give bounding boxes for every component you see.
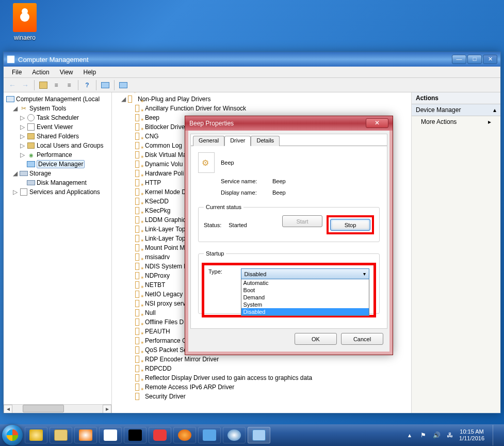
- expand-toggle[interactable]: ◢: [12, 170, 18, 177]
- dialog-titlebar[interactable]: Beep Properties ✕: [185, 116, 393, 131]
- maximize-button[interactable]: □: [467, 55, 482, 64]
- driver-item[interactable]: RDPCDD: [113, 364, 410, 373]
- arrow-right-icon: [22, 81, 29, 89]
- tray-show-hidden-icons[interactable]: ▴: [405, 431, 414, 439]
- arrow-left-icon: [9, 81, 16, 89]
- pinned-totalcmd[interactable]: [99, 427, 122, 443]
- monitor-icon: [101, 82, 109, 88]
- show-hide-tree-button[interactable]: [38, 79, 49, 91]
- type-option[interactable]: Disabled: [241, 308, 369, 315]
- close-button[interactable]: ✕: [483, 55, 497, 64]
- expand-toggle[interactable]: ▷: [19, 133, 25, 140]
- tray-network-icon[interactable]: 🖧: [446, 431, 454, 439]
- type-selected[interactable]: Disabled: [241, 268, 369, 279]
- scroll-track[interactable]: [12, 405, 103, 413]
- tray-clock[interactable]: 10:15 AM 1/11/2016: [459, 428, 484, 442]
- tree-disk-management[interactable]: Disk Management: [5, 178, 110, 187]
- navigation-tree-pane: Computer Management (Local ◢System Tools…: [4, 92, 112, 413]
- expand-toggle[interactable]: ▷: [19, 114, 25, 121]
- expand-toggle[interactable]: ◢: [120, 95, 126, 103]
- tree-shared-folders[interactable]: ▷Shared Folders: [5, 132, 110, 141]
- horizontal-scrollbar[interactable]: ◂ ▸: [4, 404, 111, 413]
- titlebar[interactable]: Computer Management — □ ✕: [4, 52, 500, 67]
- minimize-button[interactable]: —: [452, 55, 466, 64]
- tree-local-users[interactable]: ▷Local Users and Groups: [5, 141, 110, 150]
- type-option[interactable]: System: [241, 301, 369, 308]
- type-combobox[interactable]: Disabled AutomaticBootDemandSystemDisabl…: [241, 268, 369, 279]
- highlight-stop: Stop: [327, 215, 374, 234]
- expand-toggle[interactable]: ▷: [19, 123, 25, 131]
- start-button[interactable]: [2, 425, 23, 445]
- menu-help[interactable]: Help: [78, 67, 102, 77]
- expand-toggle[interactable]: ◢: [12, 105, 18, 112]
- toolbar-btn-3[interactable]: [63, 79, 75, 91]
- scroll-left-button[interactable]: ◂: [4, 405, 12, 413]
- tab-details[interactable]: Details: [251, 136, 280, 146]
- driver-item[interactable]: Ancillary Function Driver for Winsock: [113, 104, 410, 113]
- pinned-paint[interactable]: [198, 427, 221, 443]
- show-desktop-button[interactable]: [493, 425, 499, 445]
- tray-volume-icon[interactable]: 🔊: [432, 431, 441, 439]
- dialog-tabs: General Driver Details: [191, 134, 387, 146]
- tab-general[interactable]: General: [193, 136, 224, 146]
- toolbar: [4, 78, 500, 92]
- tree-storage[interactable]: ◢Storage: [5, 169, 110, 178]
- tree-event-viewer[interactable]: ▷Event Viewer: [5, 122, 110, 132]
- tray-action-center-icon[interactable]: ⚑: [419, 431, 427, 439]
- type-option[interactable]: Automatic: [241, 279, 369, 286]
- pinned-console[interactable]: [124, 427, 147, 443]
- chevron-up-icon: ▴: [493, 106, 496, 114]
- tree-device-manager[interactable]: Device Manager: [5, 160, 110, 169]
- nav-forward-button[interactable]: [20, 79, 31, 91]
- taskbar: ▴ ⚑ 🔊 🖧 10:15 AM 1/11/2016: [0, 424, 504, 446]
- driver-item[interactable]: RDP Encoder Mirror Driver: [113, 355, 410, 364]
- menu-view[interactable]: View: [55, 67, 78, 77]
- ok-button[interactable]: OK: [295, 333, 337, 345]
- type-option[interactable]: Boot: [241, 286, 369, 294]
- expand-toggle[interactable]: ▷: [12, 188, 18, 196]
- desktop-icon-winaero[interactable]: winaero: [9, 3, 40, 41]
- pinned-vivaldi[interactable]: [149, 427, 171, 443]
- type-label: Type:: [208, 268, 231, 275]
- type-dropdown-list[interactable]: AutomaticBootDemandSystemDisabled: [241, 279, 369, 316]
- driver-item[interactable]: Security Driver: [113, 392, 410, 401]
- actions-more[interactable]: More Actions ▸: [412, 116, 500, 128]
- display-name-label: Display name:: [221, 189, 272, 196]
- pinned-ie[interactable]: [25, 427, 47, 443]
- tree-performance[interactable]: ▷Performance: [5, 150, 110, 160]
- help-button[interactable]: [82, 79, 93, 91]
- tab-driver[interactable]: Driver: [224, 136, 251, 146]
- taskbar-computer-management[interactable]: [248, 427, 270, 443]
- scan-hardware-button[interactable]: [100, 79, 111, 91]
- dialog-close-button[interactable]: ✕: [366, 118, 388, 128]
- expand-toggle[interactable]: ▷: [19, 151, 25, 158]
- scroll-thumb[interactable]: [23, 405, 64, 412]
- pinned-mediaplayer[interactable]: [74, 427, 97, 443]
- clock-date: 1/11/2016: [459, 435, 484, 442]
- stop-button[interactable]: Stop: [330, 219, 370, 231]
- vivaldi-icon: [153, 429, 167, 441]
- nav-back-button[interactable]: [7, 79, 18, 91]
- tree-root[interactable]: Computer Management (Local: [5, 94, 110, 104]
- tree-system-tools[interactable]: ◢System Tools: [5, 104, 110, 113]
- pinned-firefox[interactable]: [173, 427, 196, 443]
- device-manager-icon: [27, 160, 35, 168]
- scroll-right-button[interactable]: ▸: [103, 405, 111, 413]
- pinned-app[interactable]: [223, 427, 246, 443]
- menu-action[interactable]: Action: [27, 67, 54, 77]
- driver-category[interactable]: ◢Non-Plug and Play Drivers: [113, 94, 410, 104]
- tree-task-scheduler[interactable]: ▷Task Scheduler: [5, 113, 110, 122]
- tree-services-apps[interactable]: ▷Services and Applications: [5, 187, 110, 197]
- cancel-button[interactable]: Cancel: [341, 333, 383, 345]
- beep-properties-dialog: Beep Properties ✕ General Driver Details…: [185, 116, 393, 355]
- expand-toggle[interactable]: ▷: [19, 142, 25, 149]
- menu-file[interactable]: File: [7, 67, 27, 77]
- uninstall-button[interactable]: [118, 79, 129, 91]
- help-icon: [85, 82, 89, 89]
- properties-button[interactable]: [51, 79, 62, 91]
- driver-item[interactable]: Remote Access IPv6 ARP Driver: [113, 383, 410, 392]
- driver-item[interactable]: Reflector Display Driver used to gain ac…: [113, 373, 410, 383]
- pinned-explorer[interactable]: [50, 427, 72, 443]
- actions-section-device-manager[interactable]: Device Manager ▴: [412, 104, 500, 116]
- type-option[interactable]: Demand: [241, 294, 369, 301]
